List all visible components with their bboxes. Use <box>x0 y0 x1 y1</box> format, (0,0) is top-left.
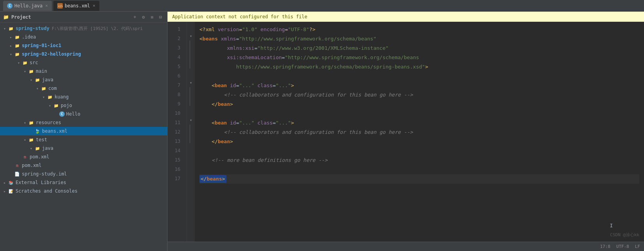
tree-arrow-pojo[interactable] <box>47 102 53 109</box>
ln-9: 9 <box>168 100 183 109</box>
tab-beans-xml[interactable]: </> beans.xml × <box>53 1 99 11</box>
tree-item-resources[interactable]: 📁 resources <box>0 118 167 127</box>
tree-arrow-pom-s02 <box>16 154 22 160</box>
tree-item-hello-java[interactable]: C Hello <box>0 110 167 118</box>
tree-item-test[interactable]: 📁 test <box>0 135 167 144</box>
new-file-btn[interactable]: + <box>131 14 138 21</box>
tree-item-pojo[interactable]: 📁 pojo <box>0 101 167 110</box>
folder-icon-spring-study: 📁 <box>8 25 14 32</box>
tree-arrow-kuang[interactable] <box>41 94 47 100</box>
tree-arrow-hello <box>53 111 59 117</box>
label-external-libs: External Libraries <box>16 180 66 185</box>
fold-2[interactable]: ▾ <box>187 31 195 40</box>
code-line-7: <bean id="..." class="..."> <box>199 81 639 90</box>
label-com: com <box>48 86 57 91</box>
tree-item-external-libs[interactable]: 📚 External Libraries <box>0 178 167 187</box>
sidebar-title: Project <box>11 14 31 20</box>
fold-16 <box>187 162 195 171</box>
toolbar-btn[interactable]: ≡ <box>148 14 155 21</box>
tree-arrow-test[interactable] <box>22 137 28 143</box>
label-spring-study: spring-study <box>16 26 49 31</box>
code-line-2: <beans xmlns="http://www.springframework… <box>199 34 639 44</box>
fold-5 <box>190 59 195 68</box>
warning-text: Application context not configured for t… <box>172 14 307 19</box>
tab-hello-java[interactable]: C Hello.java × <box>3 1 52 11</box>
tab-hello-java-label: Hello.java <box>14 3 42 9</box>
fold-15 <box>187 153 195 162</box>
code-line-12: <!-- collaborators and configuration for… <box>199 128 639 137</box>
label-resources: resources <box>36 120 61 125</box>
editor-area: Application context not configured for t… <box>168 12 644 251</box>
fold-7[interactable]: ▾ <box>187 78 195 87</box>
folder-icon-spring02: 📁 <box>14 51 20 57</box>
encoding-status: UTF-8 <box>616 244 629 249</box>
tree-arrow-beans <box>28 128 34 134</box>
tree-item-kuang[interactable]: 📁 kuang <box>0 93 167 101</box>
ln-13: 13 <box>168 137 183 146</box>
collapse-btn[interactable]: ⊟ <box>157 14 164 21</box>
tree-arrow-com[interactable] <box>34 85 41 91</box>
sidebar-tools: + ⚙ ≡ ⊟ <box>131 14 164 21</box>
fold-17 <box>187 171 195 181</box>
iml-icon: 📄 <box>14 171 20 177</box>
editor-warning-banner: Application context not configured for t… <box>168 12 644 22</box>
label-test: test <box>36 137 47 142</box>
tree-item-idea[interactable]: 📁 .idea <box>0 33 167 41</box>
code-line-14 <box>199 146 639 156</box>
fold-8 <box>190 87 195 97</box>
tree-arrow-spring-study[interactable] <box>2 25 8 32</box>
fold-14 <box>187 143 195 153</box>
tree-item-beans-xml[interactable]: 🍃 beans.xml <box>0 127 167 135</box>
tree-item-src[interactable]: 📁 src <box>0 58 167 67</box>
fold-10 <box>187 106 195 115</box>
tree-item-pom-spring02[interactable]: m pom.xml <box>0 153 167 161</box>
fold-6 <box>187 68 195 78</box>
tree-item-pom-root[interactable]: m pom.xml <box>0 161 167 170</box>
tree-arrow-spring02[interactable] <box>8 51 14 57</box>
tree-item-java[interactable]: 📁 java <box>0 75 167 84</box>
tree-item-spring-study[interactable]: 📁 spring-study F:\班级管理\西开 [19525] \2. 代码… <box>0 24 167 33</box>
tree-item-iml[interactable]: 📄 spring-study.iml <box>0 170 167 178</box>
fold-13 <box>190 134 195 143</box>
tree-arrow-main[interactable] <box>22 68 28 74</box>
path-spring-study: F:\班级管理\西开 [19525] \2. 代码\spri <box>52 26 143 32</box>
java-icon-hello: C <box>59 111 65 117</box>
status-right: 17:8 UTF-8 LF <box>600 244 640 249</box>
pom-icon-root: m <box>14 162 20 169</box>
tree-item-main[interactable]: 📁 main <box>0 67 167 75</box>
settings-gear-btn[interactable]: ⚙ <box>140 14 147 21</box>
label-spring02: spring-02-hellospring <box>22 51 81 57</box>
code-line-16 <box>199 165 639 174</box>
fold-11[interactable]: ▾ <box>187 115 195 125</box>
tree-arrow-test-java[interactable] <box>28 145 34 151</box>
tree-arrow-ext-libs[interactable] <box>2 179 8 186</box>
tree-item-com[interactable]: 📁 com <box>0 84 167 93</box>
cursor-position: 17:8 <box>600 244 610 249</box>
xml-file-icon: </> <box>57 3 63 9</box>
cursor-indicator: I <box>610 222 613 230</box>
tab-close-hello[interactable]: × <box>45 3 48 8</box>
code-editor[interactable]: <?xml version="1.0" encoding="UTF-8"?> <… <box>195 22 644 242</box>
tree-arrow-src[interactable] <box>16 60 22 66</box>
main-layout: 📁 Project + ⚙ ≡ ⊟ 📁 spring-study F:\班级管理… <box>0 12 644 251</box>
tab-close-beans[interactable]: × <box>93 3 95 8</box>
fold-9 <box>190 97 195 106</box>
tree-item-test-java[interactable]: 📁 java <box>0 144 167 153</box>
code-line-10 <box>199 109 639 118</box>
tree-item-spring02[interactable]: 📁 spring-02-hellospring <box>0 50 167 58</box>
tree-arrow-spring01[interactable] <box>8 42 14 49</box>
fold-column: ▾ ▾ ▾ <box>187 22 195 242</box>
label-pom-root: pom.xml <box>22 163 42 168</box>
label-beans-xml: beans.xml <box>42 128 67 134</box>
label-java: java <box>42 77 53 82</box>
editor-content[interactable]: 1 2 3 4 5 6 7 8 9 10 11 12 13 14 15 16 1… <box>168 22 644 242</box>
ln-7: 7 <box>168 81 183 90</box>
tree-arrow-idea[interactable] <box>8 34 14 40</box>
line-numbers: 1 2 3 4 5 6 7 8 9 10 11 12 13 14 15 16 1… <box>168 22 187 242</box>
tree-item-spring01[interactable]: 📁 spring-01-ioc1 <box>0 41 167 50</box>
tree-arrow-resources[interactable] <box>22 119 28 126</box>
folder-icon-test: 📁 <box>28 137 34 143</box>
tree-arrow-scratches[interactable] <box>2 188 8 194</box>
tree-item-scratches[interactable]: 📝 Scratches and Consoles <box>0 187 167 195</box>
tree-arrow-java[interactable] <box>28 77 34 83</box>
